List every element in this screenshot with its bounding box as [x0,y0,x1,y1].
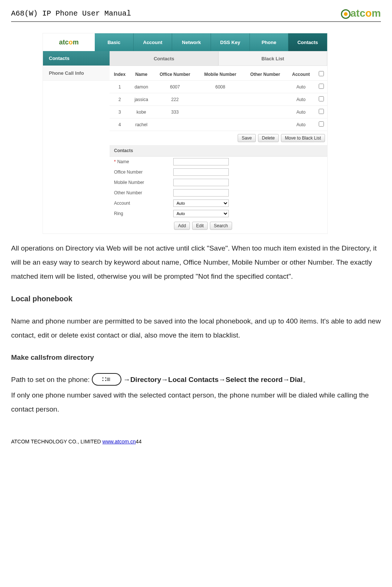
office-input[interactable] [173,168,229,176]
nav-tab-network[interactable]: Network [172,33,211,51]
embedded-screenshot: atcom Basic Account Network DSS Key Phon… [43,33,328,234]
search-button[interactable]: Search [210,222,232,230]
nav-tab-phone[interactable]: Phone [250,33,289,51]
nav-tab-dsskey[interactable]: DSS Key [211,33,250,51]
other-input[interactable] [173,189,229,197]
heading-local-phonebook: Local phonebook [11,295,381,303]
save-button[interactable]: Save [238,134,256,142]
subtab-blacklist[interactable]: Black List [218,51,327,66]
nav-tab-account[interactable]: Account [134,33,172,51]
edit-button[interactable]: Edit [192,222,208,230]
th-mobile: Mobile Number [197,68,244,81]
nav-tab-contacts[interactable]: Contacts [288,33,327,51]
row-checkbox[interactable] [319,121,324,127]
heading-make-calls: Make callsfrom directory [11,353,381,362]
table-row: 1 damon 6007 6008 Auto [110,81,327,93]
office-label: Office Number [114,170,173,175]
logo-circle-icon [341,9,351,19]
sidebar: Contacts Phone Call Info [43,51,110,234]
form-section-header: Contacts [110,145,327,157]
doc-title: A68(W) IP Phone User Manual [11,9,131,18]
path-intro: Path to set on the phone: [11,376,92,383]
account-select[interactable]: Auto [173,199,229,207]
sidebar-item-phonecallinfo[interactable]: Phone Call Info [43,66,110,81]
table-button-row: Save Delete Move to Black List [110,131,327,145]
path-bold: →Directory→Local Contacts→Select the rec… [123,376,303,383]
footer-company: ATCOM TECHNOLOGY CO., LIMITED [11,439,103,445]
table-row: 2 jassica 222 Auto [110,93,327,106]
paragraph-3: If only one phone number saved with the … [11,388,381,416]
page-header: A68(W) IP Phone User Manual atcom [11,7,381,22]
contacts-table: Index Name Office Number Mobile Number O… [110,68,327,131]
delete-button[interactable]: Delete [258,134,279,142]
move-blacklist-button[interactable]: Move to Black List [281,134,325,142]
other-label: Other Number [114,190,173,195]
top-nav-bar: atcom Basic Account Network DSS Key Phon… [43,33,327,51]
row-checkbox[interactable] [319,109,324,114]
th-index: Index [110,68,130,81]
ring-label: Ring [114,211,173,216]
page-footer: ATCOM TECHNOLOGY CO., LIMITED www.atcom.… [11,439,381,445]
path-end: 。 [303,376,310,383]
th-other: Other Number [244,68,287,81]
form-button-row: Add Edit Search [110,219,327,234]
subtab-contacts[interactable]: Contacts [110,51,218,66]
main-pane: Contacts Black List Index Name Office Nu… [110,51,327,234]
mobile-input[interactable] [173,179,229,186]
footer-page: 44 [136,439,142,445]
th-account: Account [287,68,315,81]
name-input[interactable] [173,158,229,165]
paragraph-1: All operations on Directory via Web will… [11,241,381,284]
paragraph-2: Name and phone number are permitted to b… [11,314,381,342]
account-label: Account [114,201,173,206]
table-row: 4 rachel Auto [110,118,327,131]
footer-link[interactable]: www.atcom.cn [103,439,136,445]
add-button[interactable]: Add [174,222,190,230]
table-row: 3 kobe 333 Auto [110,106,327,118]
sidebar-item-contacts[interactable]: Contacts [43,51,110,66]
th-check [315,68,327,81]
th-name: Name [130,68,153,81]
directory-key-icon: ∷≡ [92,373,121,386]
name-label: *Name [114,159,173,164]
row-checkbox[interactable] [319,96,324,101]
row-checkbox[interactable] [319,84,324,89]
nav-tab-basic[interactable]: Basic [95,33,134,51]
ring-select[interactable]: Auto [173,210,229,217]
screenshot-brand-logo: atcom [43,33,95,51]
path-line: Path to set on the phone: ∷≡ →Directory→… [11,373,381,387]
brand-logo-top: atcom [341,7,381,19]
th-office: Office Number [153,68,197,81]
select-all-checkbox[interactable] [319,71,324,76]
mobile-label: Mobile Number [114,180,173,185]
